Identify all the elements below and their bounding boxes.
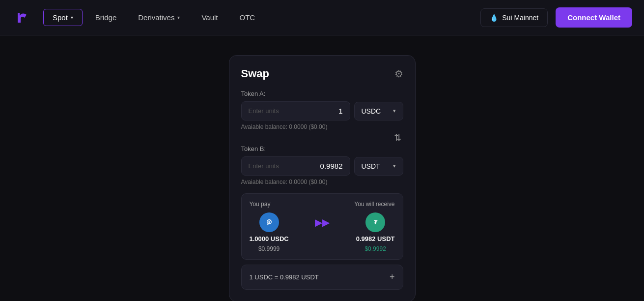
token-b-balance: Avaiable balance: 0.0000 ($0.00) xyxy=(241,179,403,185)
token-b-selector[interactable]: USDT ▾ xyxy=(354,157,403,176)
summary-arrows-icon: ▶▶ xyxy=(295,212,350,228)
receive-price: $0.9992 xyxy=(364,245,386,252)
token-b-value: 0.9982 xyxy=(320,162,343,170)
token-b-name: USDT xyxy=(362,162,380,170)
pay-token-info: $ 1.0000 USDC $0.9999 xyxy=(250,212,289,252)
you-pay-label: You pay xyxy=(250,201,271,208)
token-a-selector[interactable]: USDC ▾ xyxy=(354,102,403,120)
summary-tokens-row: $ 1.0000 USDC $0.9999 ▶▶ ₮ xyxy=(250,212,395,252)
receive-token-info: ₮ 0.9982 USDT $0.9992 xyxy=(356,212,395,252)
token-a-chevron-icon: ▾ xyxy=(393,108,396,114)
nav-vault-label: Vault xyxy=(201,13,218,22)
token-b-chevron-icon: ▾ xyxy=(393,163,396,169)
sui-icon: 💧 xyxy=(490,14,498,22)
swap-header: Swap ⚙ xyxy=(241,67,403,80)
svg-text:₮: ₮ xyxy=(374,219,378,225)
token-a-label: Token A: xyxy=(241,90,403,97)
nav-spot[interactable]: Spot ▾ xyxy=(43,9,83,26)
rate-text: 1 USDC = 0.9982 USDT xyxy=(250,273,319,281)
rate-row: 1 USDC = 0.9982 USDT + xyxy=(241,265,403,290)
token-a-input[interactable]: Enter units 1 xyxy=(241,101,350,120)
token-a-placeholder: Enter units xyxy=(249,107,279,115)
token-a-section: Token A: Enter units 1 USDC ▾ Avaiable b… xyxy=(241,90,403,130)
network-label: Sui Mainnet xyxy=(502,14,538,22)
connect-wallet-label: Connect Wallet xyxy=(567,13,620,22)
nav-derivatives-chevron: ▾ xyxy=(177,15,180,20)
token-a-value: 1 xyxy=(338,107,342,115)
receive-amount: 0.9982 USDT xyxy=(356,235,395,242)
summary-labels-row: You pay You will receive xyxy=(250,201,395,208)
summary-box: You pay You will receive $ 1.0000 USDC $… xyxy=(241,193,403,260)
nav-spot-chevron: ▾ xyxy=(71,15,73,20)
token-a-balance: Avaiable balance: 0.0000 ($0.00) xyxy=(241,123,403,130)
token-a-name: USDC xyxy=(362,107,381,115)
network-button[interactable]: 💧 Sui Mainnet xyxy=(480,8,548,27)
token-b-placeholder: Enter units xyxy=(249,162,279,170)
nav-derivatives[interactable]: Derivatives ▾ xyxy=(129,9,189,26)
swap-direction-icon[interactable]: ⇅ xyxy=(394,132,401,143)
usdt-icon: ₮ xyxy=(365,212,385,232)
token-b-input[interactable]: Enter units 0.9982 xyxy=(241,156,350,176)
pay-price: $0.9999 xyxy=(258,245,280,252)
nav-bridge-label: Bridge xyxy=(95,13,116,22)
expand-rate-button[interactable]: + xyxy=(390,272,395,282)
nav-vault[interactable]: Vault xyxy=(193,9,226,26)
swap-arrow-row: ⇅ xyxy=(241,132,403,143)
navbar: Spot ▾ Bridge Derivatives ▾ Vault OTC 💧 … xyxy=(0,0,644,35)
token-a-input-row: Enter units 1 USDC ▾ xyxy=(241,101,403,120)
settings-icon[interactable]: ⚙ xyxy=(394,68,403,80)
token-b-label: Token B: xyxy=(241,145,403,152)
usdc-icon: $ xyxy=(259,212,279,232)
logo[interactable] xyxy=(12,8,31,28)
nav-otc-label: OTC xyxy=(239,13,255,22)
token-b-section: Token B: Enter units 0.9982 USDT ▾ Avaia… xyxy=(241,145,403,185)
token-b-input-row: Enter units 0.9982 USDT ▾ xyxy=(241,156,403,176)
nav-spot-label: Spot xyxy=(53,13,68,22)
svg-text:$: $ xyxy=(268,220,270,225)
nav-bridge[interactable]: Bridge xyxy=(86,9,125,26)
you-receive-label: You will receive xyxy=(354,201,394,208)
main-content: Swap ⚙ Token A: Enter units 1 USDC ▾ Ava… xyxy=(0,35,644,301)
nav-otc[interactable]: OTC xyxy=(230,9,264,26)
pay-amount: 1.0000 USDC xyxy=(250,235,289,242)
connect-wallet-button[interactable]: Connect Wallet xyxy=(556,7,632,28)
nav-derivatives-label: Derivatives xyxy=(138,13,174,22)
swap-title: Swap xyxy=(241,67,269,80)
swap-card: Swap ⚙ Token A: Enter units 1 USDC ▾ Ava… xyxy=(229,55,416,301)
